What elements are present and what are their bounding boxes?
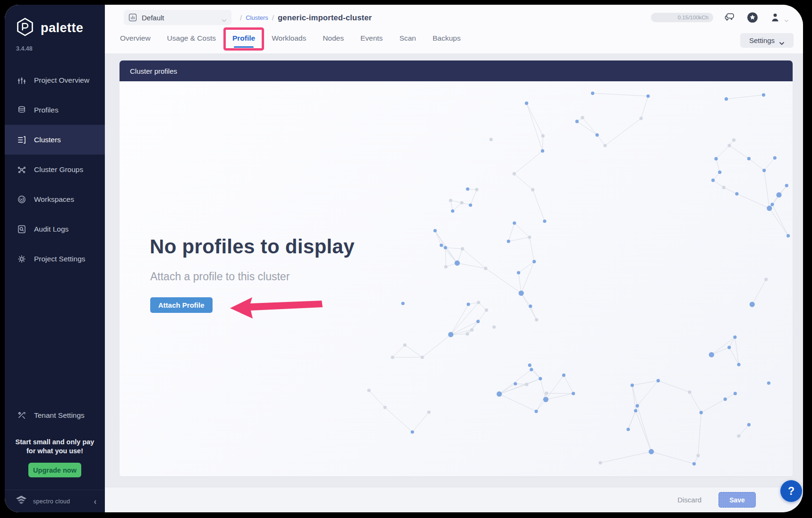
palette-logo-icon: [15, 17, 35, 39]
settings-button-label: Settings: [749, 36, 775, 44]
collapse-sidebar-chevron-icon[interactable]: ‹: [94, 496, 96, 506]
tab-usage-costs[interactable]: Usage & Costs: [166, 31, 217, 51]
tab-label: Profile: [232, 34, 255, 42]
sidebar-item-audit-logs[interactable]: Audit Logs: [5, 214, 105, 244]
empty-state-title: No profiles to display: [150, 235, 355, 258]
user-icon: [769, 11, 781, 24]
usage-quota-badge: 0.15/100kCh: [651, 13, 713, 22]
chat-icon[interactable]: [724, 11, 736, 24]
breadcrumb: / Clusters / generic-imported-cluster: [240, 13, 372, 22]
settings-dropdown-button[interactable]: Settings: [740, 33, 794, 48]
bar-chart-icon: [128, 13, 137, 22]
empty-state-subtitle: Attach a profile to this cluster: [150, 270, 290, 283]
app-version: 3.4.48: [5, 39, 105, 52]
sidebar-item-label: Project Settings: [34, 255, 85, 263]
tab-label: Backups: [433, 34, 461, 42]
tab-label: Workloads: [272, 34, 306, 42]
tab-label: Events: [360, 34, 383, 42]
sidebar-item-clusters[interactable]: Clusters: [5, 125, 105, 155]
tools-icon: [17, 411, 26, 420]
sidebar-bottom: Tenant Settings Start small and only pay…: [5, 404, 105, 512]
upgrade-now-button[interactable]: Upgrade now: [28, 463, 81, 477]
topbar: Default / Clusters / generic-imported-cl…: [105, 5, 803, 53]
action-footer: Discard Save: [105, 487, 803, 512]
chevron-down-icon: [784, 16, 789, 19]
tab-label: Nodes: [323, 34, 344, 42]
sidebar-footer: spectro cloud ‹: [5, 490, 105, 512]
cluster-profiles-panel: Cluster profiles No profiles to display …: [120, 60, 793, 476]
upgrade-promo-text: Start small and only pay for what you us…: [5, 438, 105, 456]
save-button[interactable]: Save: [718, 492, 756, 508]
tab-label: Scan: [399, 34, 416, 42]
main-area: Default / Clusters / generic-imported-cl…: [105, 5, 803, 512]
sidebar-item-project-settings[interactable]: Project Settings: [5, 244, 105, 274]
discard-button[interactable]: Discard: [675, 495, 704, 504]
attach-profile-button[interactable]: Attach Profile: [150, 297, 213, 313]
sidebar-item-label: Tenant Settings: [34, 411, 85, 420]
sidebar-item-label: Project Overview: [34, 76, 89, 85]
list-bracket-icon: [17, 135, 26, 145]
brand-wordmark: palette: [41, 21, 84, 35]
help-button[interactable]: ?: [780, 480, 802, 502]
panel-body: No profiles to display Attach a profile …: [120, 81, 793, 476]
breadcrumb-separator: /: [272, 14, 274, 22]
sidebar-item-label: Audit Logs: [34, 225, 68, 233]
breadcrumb-separator: /: [240, 14, 242, 22]
tab-profile[interactable]: Profile: [231, 31, 256, 51]
content-area: Cluster profiles No profiles to display …: [105, 53, 803, 487]
brand-row: palette: [5, 5, 105, 39]
breadcrumb-link-clusters[interactable]: Clusters: [246, 14, 268, 21]
tab-overview[interactable]: Overview: [119, 31, 152, 51]
tab-label: Usage & Costs: [167, 34, 216, 42]
project-selector-dropdown[interactable]: Default: [124, 10, 231, 25]
panel-header: Cluster profiles: [120, 60, 793, 81]
tab-backups[interactable]: Backups: [432, 31, 462, 51]
tab-workloads[interactable]: Workloads: [271, 31, 307, 51]
sidebar-item-label: Workspaces: [34, 195, 74, 204]
chevron-down-icon: [779, 39, 785, 43]
screenshot-frame: palette 3.4.48 Project OverviewProfilesC…: [0, 0, 812, 518]
sidebar-nav: Project OverviewProfilesClustersCluster …: [5, 65, 105, 274]
molecule-icon: [17, 165, 26, 174]
tab-label: Overview: [120, 34, 151, 42]
sidebar-item-label: Profiles: [34, 106, 59, 114]
tab-scan[interactable]: Scan: [398, 31, 417, 51]
topbar-icons: 0.15/100kCh: [651, 11, 789, 24]
doc-search-icon: [17, 224, 26, 234]
palette-app-window: palette 3.4.48 Project OverviewProfilesC…: [5, 5, 803, 512]
target-icon: [17, 195, 26, 204]
sidebar-item-label: Cluster Groups: [34, 165, 83, 174]
project-selector-value: Default: [142, 14, 164, 22]
activity-chart-icon: [17, 76, 26, 85]
sidebar-item-tenant-settings[interactable]: Tenant Settings: [5, 404, 105, 427]
gear-icon: [17, 254, 26, 264]
spectro-cloud-logo: [14, 495, 28, 508]
tab-nodes[interactable]: Nodes: [322, 31, 345, 51]
chevron-down-icon: [222, 16, 227, 19]
breadcrumb-current-cluster: generic-imported-cluster: [278, 13, 372, 22]
layers-icon: [17, 105, 26, 115]
panel-title: Cluster profiles: [130, 67, 177, 75]
user-menu[interactable]: [769, 11, 789, 24]
sidebar-item-cluster-groups[interactable]: Cluster Groups: [5, 155, 105, 184]
tab-events[interactable]: Events: [359, 31, 384, 51]
star-badge-icon[interactable]: [746, 11, 759, 24]
spectro-cloud-label: spectro cloud: [33, 498, 70, 505]
sidebar: palette 3.4.48 Project OverviewProfilesC…: [5, 5, 105, 512]
sidebar-item-workspaces[interactable]: Workspaces: [5, 184, 105, 214]
sidebar-item-project-overview[interactable]: Project Overview: [5, 65, 105, 95]
cluster-tabs: OverviewUsage & CostsProfileWorkloadsNod…: [119, 31, 462, 51]
active-tab-underline: [234, 46, 254, 48]
sidebar-item-profiles[interactable]: Profiles: [5, 95, 105, 125]
sidebar-item-label: Clusters: [34, 136, 61, 144]
